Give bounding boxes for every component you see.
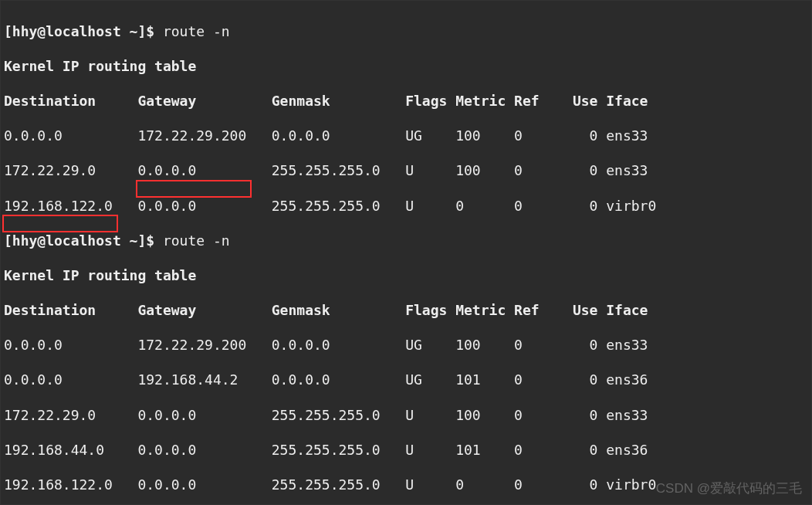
table-row: 172.22.29.0 0.0.0.0 255.255.255.0 U 100 … bbox=[4, 162, 811, 180]
command-text: route -n bbox=[163, 23, 230, 39]
command-text: route -n bbox=[163, 232, 230, 249]
table-header-2: Destination Gateway Genmask Flags Metric… bbox=[4, 302, 811, 320]
table-row: 0.0.0.0 172.22.29.200 0.0.0.0 UG 100 0 0… bbox=[4, 127, 811, 145]
table-row: 0.0.0.0 192.168.44.2 0.0.0.0 UG 101 0 0 … bbox=[4, 371, 811, 389]
table-row: 192.168.122.0 0.0.0.0 255.255.255.0 U 0 … bbox=[4, 198, 811, 215]
prompt-end: ]$ bbox=[137, 232, 163, 249]
routing-title-2: Kernel IP routing table bbox=[4, 267, 811, 285]
routing-title-1: Kernel IP routing table bbox=[4, 58, 811, 76]
table-row: 0.0.0.0 172.22.29.200 0.0.0.0 UG 100 0 0… bbox=[4, 337, 811, 354]
highlight-box-destination bbox=[2, 215, 118, 232]
prompt-cwd: ~ bbox=[130, 23, 138, 39]
prompt-user-host: [hhy@localhost bbox=[4, 23, 130, 39]
terminal-window[interactable]: [hhy@localhost ~]$ route -n Kernel IP ro… bbox=[0, 0, 812, 505]
prompt-line-2: [hhy@localhost ~]$ route -n bbox=[4, 232, 811, 250]
table-header-1: Destination Gateway Genmask Flags Metric… bbox=[4, 93, 811, 110]
prompt-cwd: ~ bbox=[130, 232, 138, 249]
prompt-user-host: [hhy@localhost bbox=[4, 232, 130, 249]
highlight-box-gateway bbox=[136, 180, 252, 198]
prompt-end: ]$ bbox=[137, 23, 163, 39]
table-row: 192.168.44.0 0.0.0.0 255.255.255.0 U 101… bbox=[4, 442, 811, 459]
watermark-text: CSDN @爱敲代码的三毛 bbox=[656, 480, 802, 498]
table-row: 172.22.29.0 0.0.0.0 255.255.255.0 U 100 … bbox=[4, 407, 811, 425]
prompt-line-1: [hhy@localhost ~]$ route -n bbox=[4, 23, 811, 41]
